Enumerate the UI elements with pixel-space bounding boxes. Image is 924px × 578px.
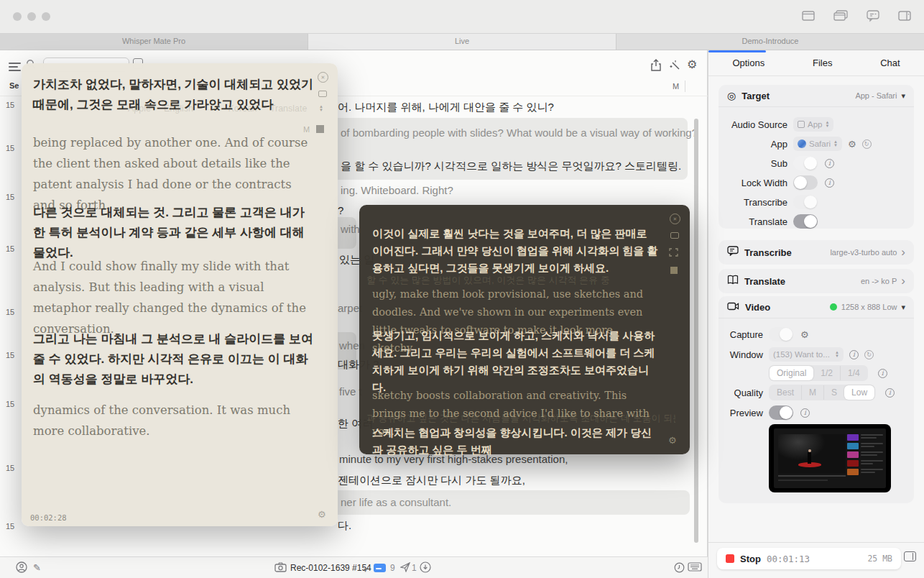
preview-toggle[interactable]	[769, 405, 793, 420]
share-icon[interactable]	[650, 59, 662, 75]
settings-gear-icon[interactable]: ⚙	[687, 58, 697, 71]
transcribe-toggle[interactable]	[793, 195, 818, 209]
transcribe-card[interactable]: Transcribe large-v3-turbo auto	[719, 240, 914, 265]
traffic-lights[interactable]	[13, 12, 50, 21]
transcript-row[interactable]: of bombarding people with slides? What w…	[341, 127, 698, 139]
subtitle-ko: 다른 것으로 대체되는 것. 그리고 물론 고객은 내가 한 특허 분석이나 계…	[33, 203, 318, 263]
windows-stack-icon[interactable]	[832, 9, 849, 22]
subtitle-panel-dark[interactable]: 이것이 실제로 훨씬 낫다는 것을 보여주며, 더 많은 판매로 이어진다. 그…	[359, 205, 690, 454]
line-number: 15	[6, 400, 14, 408]
clock-icon[interactable]	[674, 562, 685, 576]
recording-chevron-icon[interactable]	[364, 562, 367, 575]
app-select[interactable]: Safari	[793, 137, 842, 151]
app-refresh-icon[interactable]	[862, 139, 872, 149]
stop-button[interactable]: Stop	[740, 554, 761, 564]
capture-settings-gear-icon[interactable]	[800, 328, 809, 341]
zoom-window-button[interactable]	[42, 12, 50, 21]
transcript-row[interactable]: ing. Whiteboard. Right?	[341, 184, 453, 196]
sub-toggle[interactable]	[793, 156, 818, 170]
stop-square-icon[interactable]	[670, 267, 678, 274]
panel-settings-gear-icon[interactable]	[668, 434, 677, 446]
magic-wand-icon[interactable]	[670, 60, 681, 74]
info-icon[interactable]	[825, 159, 834, 168]
info-icon[interactable]	[849, 350, 859, 359]
video-card-header[interactable]: Video 1258 x 888 Low ▾	[719, 296, 914, 318]
subtitle-ko: 그리고 나는 마침내 그 분석으로 내 슬라이드를 보여줄 수 있었다. 하지만…	[33, 329, 318, 390]
menu-icon[interactable]	[9, 60, 21, 73]
window-refresh-icon[interactable]	[864, 350, 874, 359]
info-icon[interactable]	[885, 388, 895, 398]
transcript-row[interactable]: with	[341, 223, 360, 235]
video-preview-thumbnail[interactable]	[769, 424, 891, 492]
account-icon[interactable]	[16, 561, 27, 576]
chevron-right-icon[interactable]	[901, 274, 905, 288]
transcript-row[interactable]: ner life as a consultant.	[341, 496, 451, 508]
quality-option-m[interactable]: M	[801, 385, 823, 400]
transcript-row[interactable]: 어. 나머지를 위해, 나에게 대안을 줄 수 있니?	[338, 101, 554, 114]
size-option-original[interactable]: Original	[770, 366, 813, 380]
stop-record-icon[interactable]	[726, 554, 734, 563]
keyboard-icon[interactable]	[688, 561, 702, 575]
window-mode-icon[interactable]	[670, 232, 679, 239]
info-icon[interactable]	[825, 178, 834, 188]
toggle-sidebar-icon[interactable]	[897, 9, 913, 22]
card-title: Translate	[744, 276, 785, 287]
transcript-row[interactable]: 젠테이션으로 잠시만 다시 가도 될까요,	[338, 474, 525, 487]
download-icon[interactable]	[420, 561, 431, 576]
translate-langs-value: en -> ko P	[861, 277, 897, 285]
translate-card[interactable]: Translate en -> ko P	[719, 269, 914, 293]
preview-suggestions	[847, 434, 883, 484]
quality-option-low[interactable]: Low	[844, 385, 874, 400]
quality-option-s[interactable]: S	[823, 385, 844, 400]
app-settings-gear-icon[interactable]	[848, 137, 856, 150]
chevron-right-icon[interactable]	[901, 245, 905, 260]
size-option-quarter[interactable]: 1/4	[840, 366, 867, 380]
translate-toggle[interactable]	[793, 214, 818, 229]
scrollbar[interactable]	[694, 119, 698, 543]
transcript-row[interactable]: 다.	[338, 519, 351, 533]
minimize-window-button[interactable]	[27, 12, 36, 21]
collapse-sidebar-icon[interactable]	[904, 551, 916, 561]
camera-icon[interactable]	[274, 562, 287, 575]
tab-whisper-mate-pro[interactable]: Whisper Mate Pro	[0, 34, 308, 50]
info-icon[interactable]	[878, 369, 887, 378]
send-plane-icon[interactable]	[400, 562, 410, 575]
close-icon[interactable]	[318, 72, 328, 83]
lock-width-toggle[interactable]	[793, 175, 818, 190]
card-title: Video	[745, 302, 770, 313]
close-icon[interactable]	[670, 214, 680, 224]
size-option-half[interactable]: 1/2	[813, 366, 840, 380]
chevron-down-icon[interactable]: ▾	[901, 303, 905, 312]
chevron-down-icon[interactable]: ▾	[901, 91, 905, 101]
subtitle-panel-light[interactable]: AppleEnglish→KoreanTranslate M 가치조차 없었다,…	[22, 63, 338, 526]
tab-demo-introduce[interactable]: Demo-Introduce	[616, 34, 924, 50]
transcript-row[interactable]: 을 할 수 있습니까? 시각적으로 일하는 방식은 무엇일까요? 스토리텔링.	[341, 160, 681, 173]
text-size-icon[interactable]	[319, 105, 323, 112]
audio-source-select[interactable]: App	[793, 117, 833, 132]
subtitle-card-icon[interactable]	[374, 564, 386, 572]
panel-settings-gear-icon[interactable]	[318, 508, 326, 520]
chat-bubble-icon[interactable]	[865, 9, 881, 22]
window-select[interactable]: (153) Want to...	[769, 347, 844, 362]
transcript-row[interactable]: five t	[339, 385, 362, 398]
tab-options[interactable]: Options	[732, 58, 764, 68]
transcript-row[interactable]: ?	[338, 204, 343, 216]
info-icon[interactable]	[800, 408, 810, 418]
record-size: 25 MB	[867, 554, 892, 564]
tab-files[interactable]: Files	[813, 58, 832, 68]
capture-toggle[interactable]	[769, 327, 793, 341]
window-mode-icon[interactable]	[318, 91, 327, 97]
line-number: 15	[6, 351, 14, 359]
edit-pencil-icon[interactable]: ✎	[33, 562, 41, 573]
tab-live[interactable]: Live	[308, 34, 616, 50]
fullscreen-icon[interactable]	[669, 247, 678, 260]
tab-chat[interactable]: Chat	[880, 58, 900, 68]
close-window-button[interactable]	[13, 12, 22, 21]
app-source-icon	[798, 121, 805, 128]
target-card-header[interactable]: ◎ Target App - Safari ▾	[719, 85, 914, 106]
recording-name[interactable]: Rec-0102-1639 #154	[290, 563, 371, 573]
transcribe-toggle-row	[793, 195, 818, 209]
new-window-icon[interactable]	[800, 9, 816, 22]
mode-label: M	[673, 82, 679, 91]
quality-option-best[interactable]: Best	[770, 385, 801, 400]
